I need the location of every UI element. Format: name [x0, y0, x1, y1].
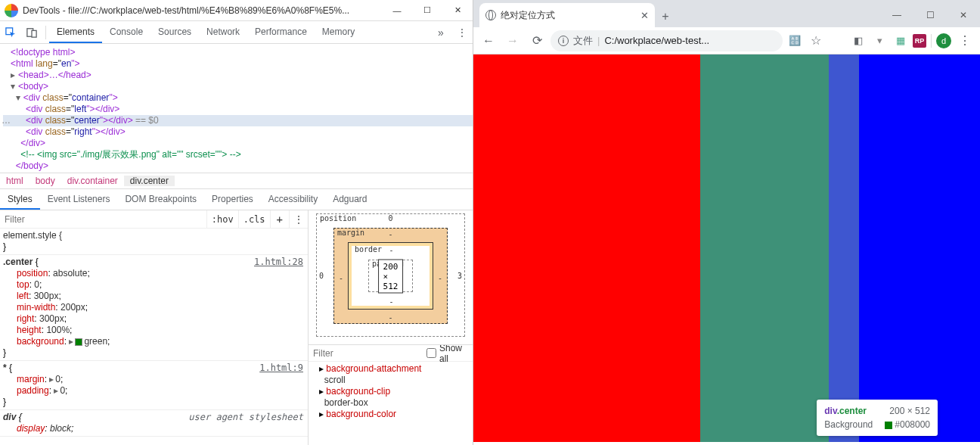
new-rule-button[interactable]: + — [270, 210, 289, 228]
dom-line: </body> — [3, 160, 473, 172]
chrome-icon — [5, 4, 18, 17]
maximize-button[interactable]: ☐ — [913, 3, 947, 27]
devtools-titlebar: DevTools - file:///C:/workplace/web-test… — [0, 0, 473, 21]
extension-rp-icon[interactable]: RP — [913, 34, 926, 48]
element-tooltip: div.center 200 × 512 Background #008000 — [817, 400, 938, 436]
page-right-column-b — [859, 54, 980, 442]
bookmark-icon[interactable]: ☆ — [807, 32, 825, 50]
url-scheme-label: 文件 — [573, 34, 593, 48]
tab-title: 绝对定位方式 — [501, 9, 636, 22]
tab-elements[interactable]: Elements — [49, 21, 102, 43]
rule-source-link[interactable]: 1.html:28 — [254, 257, 303, 268]
styles-content: :hov .cls + ⋮ element.style { } 1.html:2… — [0, 210, 473, 445]
svg-rect-2 — [32, 30, 36, 37]
box-model-content: 200 × 512 — [378, 259, 404, 293]
crumb-center[interactable]: div.center — [124, 176, 175, 186]
box-model[interactable]: position 0 0 3 margin - - - - border - — [309, 210, 473, 345]
extension-icon[interactable]: ◧ — [849, 32, 867, 50]
computed-pane: position 0 0 3 margin - - - - border - — [309, 210, 473, 445]
dom-line: <div class="left"></div> — [3, 104, 473, 115]
reload-button[interactable]: ⟳ — [526, 30, 547, 51]
tab-memory[interactable]: Memory — [315, 21, 362, 43]
close-tab-icon[interactable]: ✕ — [640, 10, 649, 21]
url-text: C:/workplace/web-test... — [604, 35, 709, 46]
profile-avatar[interactable]: d — [936, 33, 951, 48]
rule-element-style: element.style { } — [0, 229, 308, 255]
separator — [931, 34, 932, 48]
subtab-dom-breakpoints[interactable]: DOM Breakpoints — [117, 189, 204, 210]
subtab-accessibility[interactable]: Accessibility — [261, 189, 325, 210]
computed-filter-row: Show all — [309, 345, 473, 362]
styles-rules-pane: :hov .cls + ⋮ element.style { } 1.html:2… — [0, 210, 309, 445]
color-swatch-icon — [885, 422, 892, 429]
page-viewport: div.center 200 × 512 Background #008000 — [473, 54, 980, 445]
inspect-icon[interactable] — [0, 22, 21, 43]
more-actions-icon[interactable]: ⋮ — [289, 210, 308, 228]
rule-star: 1.html:9 * { margin: ▸0; padding: ▸0; } — [0, 361, 308, 410]
rule-source-ua: user agent stylesheet — [188, 412, 303, 423]
browser-window: 绝对定位方式 ✕ + — ☐ ✕ ← → ⟳ i 文件 | C:/workpla… — [473, 0, 980, 445]
address-bar[interactable]: i 文件 | C:/workplace/web-test... — [550, 30, 783, 51]
menu-icon[interactable]: ⋮ — [954, 30, 975, 51]
hov-toggle[interactable]: :hov — [206, 210, 238, 228]
dom-line: <!-- <img src="./img/展示效果.png" alt="" sr… — [3, 149, 473, 160]
subtab-styles[interactable]: Styles — [0, 189, 40, 210]
new-tab-button[interactable]: + — [655, 6, 676, 27]
rule-div-ua: user agent stylesheet div { display: blo… — [0, 410, 308, 437]
translate-icon[interactable]: 🔠 — [786, 32, 804, 50]
devtools-tabs: Elements Console Sources Network Perform… — [49, 21, 362, 43]
tab-console[interactable]: Console — [102, 21, 150, 43]
browser-titlebar: 绝对定位方式 ✕ + — ☐ ✕ — [473, 0, 980, 27]
browser-tab[interactable]: 绝对定位方式 ✕ — [479, 3, 655, 27]
forward-button[interactable]: → — [502, 30, 523, 51]
extension-icon[interactable] — [828, 32, 846, 50]
dom-tree[interactable]: <!doctype html> <html lang="en"> ▸<head>… — [0, 44, 473, 173]
css-rules[interactable]: element.style { } 1.html:28 .center { po… — [0, 229, 308, 445]
dom-line: <html lang="en"> — [3, 58, 473, 70]
tab-network[interactable]: Network — [199, 21, 247, 43]
minimize-button[interactable]: — — [880, 3, 913, 27]
dom-line: ▾<div class="container"> — [3, 92, 473, 104]
page-left-column — [473, 54, 700, 442]
close-button[interactable]: ✕ — [442, 0, 473, 21]
computed-filter-input[interactable] — [313, 348, 426, 359]
subtab-adguard[interactable]: Adguard — [325, 189, 374, 210]
computed-properties[interactable]: ▸ background-attachment scroll ▸ backgro… — [309, 362, 473, 445]
maximize-button[interactable]: ☐ — [412, 0, 442, 21]
dom-line: ▾<body> — [3, 81, 473, 92]
browser-toolbar: ← → ⟳ i 文件 | C:/workplace/web-test... 🔠 … — [473, 27, 980, 54]
back-button[interactable]: ← — [478, 30, 499, 51]
device-icon[interactable] — [21, 22, 42, 43]
more-tabs-icon[interactable]: » — [430, 26, 451, 39]
dom-line: <!doctype html> — [3, 47, 473, 58]
rule-source-link[interactable]: 1.html:9 — [259, 363, 303, 374]
crumb-body[interactable]: body — [29, 176, 61, 186]
rule-center: 1.html:28 .center { position: absolute; … — [0, 255, 308, 361]
color-swatch-icon[interactable] — [75, 338, 82, 346]
styles-filter-input[interactable] — [0, 214, 206, 225]
settings-icon[interactable]: ⋮ — [451, 26, 473, 39]
devtools-title: DevTools - file:///C:/workplace/web-test… — [23, 5, 382, 16]
dom-line-selected: <div class="center"></div> == $0 — [3, 115, 473, 126]
subtab-properties[interactable]: Properties — [204, 189, 261, 210]
dom-line: <div class="right"></div> — [3, 126, 473, 138]
extension-icon[interactable]: ▦ — [892, 32, 910, 50]
subtab-event-listeners[interactable]: Event Listeners — [40, 189, 118, 210]
tab-performance[interactable]: Performance — [247, 21, 315, 43]
show-all-checkbox[interactable]: Show all — [426, 343, 468, 364]
crumb-container[interactable]: div.container — [61, 176, 124, 186]
minimize-button[interactable]: — — [382, 0, 412, 21]
devtools-window: DevTools - file:///C:/workplace/web-test… — [0, 0, 473, 445]
cls-toggle[interactable]: .cls — [238, 210, 270, 228]
page-center-column — [700, 54, 829, 442]
dom-line: </div> — [3, 138, 473, 149]
tab-sources[interactable]: Sources — [150, 21, 199, 43]
separator — [45, 26, 46, 39]
site-info-icon[interactable]: i — [558, 36, 569, 46]
devtools-header: Elements Console Sources Network Perform… — [0, 21, 473, 44]
extension-icon[interactable]: ▾ — [870, 32, 889, 50]
close-button[interactable]: ✕ — [947, 3, 980, 27]
crumb-html[interactable]: html — [0, 176, 29, 186]
dom-line: ▸<head>…</head> — [3, 70, 473, 81]
globe-icon — [485, 10, 496, 20]
